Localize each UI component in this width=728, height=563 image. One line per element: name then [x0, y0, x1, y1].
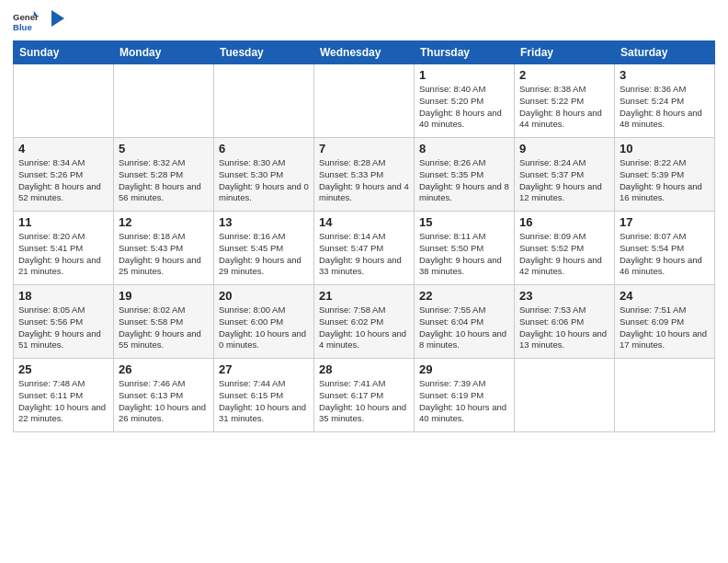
day-number: 9 — [519, 142, 609, 155]
day-cell — [615, 359, 715, 432]
day-number: 10 — [620, 142, 710, 155]
day-number: 6 — [219, 142, 309, 155]
day-cell: 8Sunrise: 8:26 AM Sunset: 5:35 PM Daylig… — [415, 138, 515, 212]
day-info: Sunrise: 8:20 AM Sunset: 5:41 PM Dayligh… — [18, 231, 108, 278]
logo-icon: General Blue — [13, 9, 39, 35]
day-number: 29 — [419, 362, 509, 376]
day-cell: 7Sunrise: 8:28 AM Sunset: 5:33 PM Daylig… — [314, 138, 415, 212]
day-cell: 13Sunrise: 8:16 AM Sunset: 5:45 PM Dayli… — [214, 212, 314, 285]
day-number: 15 — [419, 215, 509, 229]
day-cell: 18Sunrise: 8:05 AM Sunset: 5:56 PM Dayli… — [14, 285, 114, 359]
day-cell: 3Sunrise: 8:36 AM Sunset: 5:24 PM Daylig… — [615, 64, 715, 138]
day-number: 21 — [319, 289, 409, 303]
week-row-1: 1Sunrise: 8:40 AM Sunset: 5:20 PM Daylig… — [14, 64, 715, 138]
day-number: 22 — [419, 289, 509, 303]
day-cell: 26Sunrise: 7:46 AM Sunset: 6:13 PM Dayli… — [114, 359, 214, 432]
day-number: 5 — [119, 142, 209, 155]
day-cell: 11Sunrise: 8:20 AM Sunset: 5:41 PM Dayli… — [14, 212, 114, 285]
day-cell — [515, 359, 615, 432]
day-info: Sunrise: 7:44 AM Sunset: 6:15 PM Dayligh… — [219, 378, 309, 425]
day-number: 12 — [119, 215, 209, 229]
day-number: 16 — [519, 215, 609, 229]
day-cell: 23Sunrise: 7:53 AM Sunset: 6:06 PM Dayli… — [515, 285, 615, 359]
logo: General Blue — [13, 9, 64, 35]
weekday-header-friday: Friday — [515, 41, 615, 64]
weekday-header-thursday: Thursday — [415, 41, 515, 64]
day-cell: 29Sunrise: 7:39 AM Sunset: 6:19 PM Dayli… — [415, 359, 515, 432]
day-number: 27 — [219, 362, 309, 376]
day-number: 23 — [519, 289, 609, 303]
day-info: Sunrise: 7:46 AM Sunset: 6:13 PM Dayligh… — [119, 378, 209, 425]
day-number: 11 — [18, 215, 108, 229]
day-cell — [114, 64, 214, 138]
week-row-3: 11Sunrise: 8:20 AM Sunset: 5:41 PM Dayli… — [14, 212, 715, 285]
day-info: Sunrise: 7:53 AM Sunset: 6:06 PM Dayligh… — [519, 304, 609, 351]
day-cell — [14, 64, 114, 138]
day-info: Sunrise: 8:24 AM Sunset: 5:37 PM Dayligh… — [519, 157, 609, 204]
day-cell: 17Sunrise: 8:07 AM Sunset: 5:54 PM Dayli… — [615, 212, 715, 285]
day-cell: 22Sunrise: 7:55 AM Sunset: 6:04 PM Dayli… — [415, 285, 515, 359]
weekday-header-wednesday: Wednesday — [314, 41, 415, 64]
page: General Blue SundayMondayTuesdayWednesda… — [0, 0, 728, 563]
day-info: Sunrise: 8:32 AM Sunset: 5:28 PM Dayligh… — [119, 157, 209, 204]
day-info: Sunrise: 8:26 AM Sunset: 5:35 PM Dayligh… — [419, 157, 509, 204]
weekday-header-monday: Monday — [114, 41, 214, 64]
day-cell — [314, 64, 415, 138]
logo-arrow-icon — [44, 8, 64, 29]
day-info: Sunrise: 7:58 AM Sunset: 6:02 PM Dayligh… — [319, 304, 409, 351]
day-info: Sunrise: 8:38 AM Sunset: 5:22 PM Dayligh… — [519, 84, 609, 131]
day-info: Sunrise: 8:34 AM Sunset: 5:26 PM Dayligh… — [18, 157, 108, 204]
day-number: 7 — [319, 142, 409, 155]
weekday-header-saturday: Saturday — [615, 41, 715, 64]
day-cell: 14Sunrise: 8:14 AM Sunset: 5:47 PM Dayli… — [314, 212, 415, 285]
day-info: Sunrise: 8:40 AM Sunset: 5:20 PM Dayligh… — [419, 84, 509, 131]
day-number: 14 — [319, 215, 409, 229]
day-cell: 2Sunrise: 8:38 AM Sunset: 5:22 PM Daylig… — [515, 64, 615, 138]
week-row-5: 25Sunrise: 7:48 AM Sunset: 6:11 PM Dayli… — [14, 359, 715, 432]
day-info: Sunrise: 8:22 AM Sunset: 5:39 PM Dayligh… — [620, 157, 710, 204]
day-number: 18 — [18, 289, 108, 303]
day-cell: 6Sunrise: 8:30 AM Sunset: 5:30 PM Daylig… — [214, 138, 314, 212]
day-cell: 20Sunrise: 8:00 AM Sunset: 6:00 PM Dayli… — [214, 285, 314, 359]
day-cell: 4Sunrise: 8:34 AM Sunset: 5:26 PM Daylig… — [14, 138, 114, 212]
day-cell: 5Sunrise: 8:32 AM Sunset: 5:28 PM Daylig… — [114, 138, 214, 212]
day-info: Sunrise: 7:39 AM Sunset: 6:19 PM Dayligh… — [419, 378, 509, 425]
day-cell: 15Sunrise: 8:11 AM Sunset: 5:50 PM Dayli… — [415, 212, 515, 285]
day-info: Sunrise: 8:30 AM Sunset: 5:30 PM Dayligh… — [219, 157, 309, 204]
svg-marker-3 — [51, 10, 64, 27]
day-cell: 1Sunrise: 8:40 AM Sunset: 5:20 PM Daylig… — [415, 64, 515, 138]
day-info: Sunrise: 8:18 AM Sunset: 5:43 PM Dayligh… — [119, 231, 209, 278]
day-number: 3 — [620, 68, 710, 82]
day-info: Sunrise: 7:55 AM Sunset: 6:04 PM Dayligh… — [419, 304, 509, 351]
day-cell: 28Sunrise: 7:41 AM Sunset: 6:17 PM Dayli… — [314, 359, 415, 432]
day-info: Sunrise: 7:51 AM Sunset: 6:09 PM Dayligh… — [620, 304, 710, 351]
day-number: 8 — [419, 142, 509, 155]
day-cell: 12Sunrise: 8:18 AM Sunset: 5:43 PM Dayli… — [114, 212, 214, 285]
day-cell: 9Sunrise: 8:24 AM Sunset: 5:37 PM Daylig… — [515, 138, 615, 212]
week-row-2: 4Sunrise: 8:34 AM Sunset: 5:26 PM Daylig… — [14, 138, 715, 212]
day-info: Sunrise: 8:02 AM Sunset: 5:58 PM Dayligh… — [119, 304, 209, 351]
day-info: Sunrise: 8:05 AM Sunset: 5:56 PM Dayligh… — [18, 304, 108, 351]
day-number: 28 — [319, 362, 409, 376]
calendar-table: SundayMondayTuesdayWednesdayThursdayFrid… — [13, 40, 715, 432]
day-info: Sunrise: 8:11 AM Sunset: 5:50 PM Dayligh… — [419, 231, 509, 278]
header: General Blue — [13, 9, 715, 35]
day-number: 17 — [620, 215, 710, 229]
weekday-header-tuesday: Tuesday — [214, 41, 314, 64]
day-cell: 10Sunrise: 8:22 AM Sunset: 5:39 PM Dayli… — [615, 138, 715, 212]
day-number: 19 — [119, 289, 209, 303]
svg-text:Blue: Blue — [13, 22, 32, 32]
day-number: 25 — [18, 362, 108, 376]
day-number: 24 — [620, 289, 710, 303]
day-info: Sunrise: 8:09 AM Sunset: 5:52 PM Dayligh… — [519, 231, 609, 278]
day-cell: 25Sunrise: 7:48 AM Sunset: 6:11 PM Dayli… — [14, 359, 114, 432]
week-row-4: 18Sunrise: 8:05 AM Sunset: 5:56 PM Dayli… — [14, 285, 715, 359]
day-info: Sunrise: 8:14 AM Sunset: 5:47 PM Dayligh… — [319, 231, 409, 278]
day-number: 2 — [519, 68, 609, 82]
day-info: Sunrise: 8:36 AM Sunset: 5:24 PM Dayligh… — [620, 84, 710, 131]
day-cell: 19Sunrise: 8:02 AM Sunset: 5:58 PM Dayli… — [114, 285, 214, 359]
day-info: Sunrise: 8:00 AM Sunset: 6:00 PM Dayligh… — [219, 304, 309, 351]
day-number: 13 — [219, 215, 309, 229]
day-info: Sunrise: 8:16 AM Sunset: 5:45 PM Dayligh… — [219, 231, 309, 278]
day-cell: 16Sunrise: 8:09 AM Sunset: 5:52 PM Dayli… — [515, 212, 615, 285]
